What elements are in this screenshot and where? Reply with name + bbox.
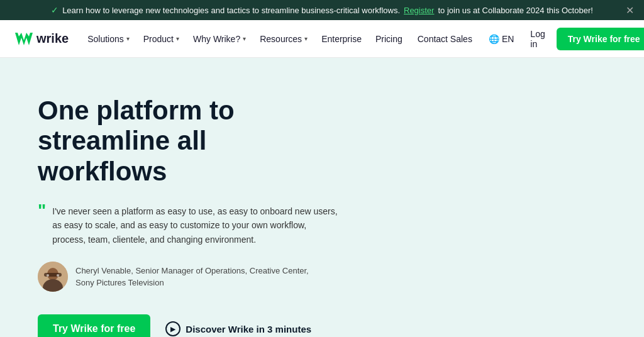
language-code: EN [502, 34, 514, 44]
play-icon: ▶ [165, 321, 180, 336]
chevron-down-icon: ▾ [126, 35, 130, 42]
wrike-logo-icon [15, 33, 33, 45]
nav-pricing[interactable]: Pricing [369, 29, 409, 49]
svg-marker-0 [15, 33, 33, 45]
hero-section: One platform to streamline all workflows… [0, 58, 377, 337]
quote-text: I've never seen a platform as easy to us… [52, 204, 340, 246]
attribution-text: Cheryl Venable, Senior Manager of Operat… [75, 265, 309, 289]
cta-row: Try Wrike for free ▶ Discover Wrike in 3… [38, 314, 340, 337]
navbar: wrike Solutions ▾ Product ▾ Why Wrike? ▾… [0, 20, 644, 58]
navbar-cta-button[interactable]: Try Wrike for free [557, 28, 644, 50]
banner-suffix: to join us at Collaborate 2024 this Octo… [438, 6, 592, 15]
chevron-down-icon: ▾ [304, 35, 308, 42]
nav-right: Contact Sales 🌐 EN Log in Try Wrike for … [411, 24, 644, 54]
nav-why-wrike[interactable]: Why Wrike? ▾ [187, 29, 252, 49]
nav-resources[interactable]: Resources ▾ [253, 29, 314, 49]
globe-icon: 🌐 [489, 34, 499, 44]
avatar-image [38, 262, 68, 292]
svg-rect-4 [44, 273, 62, 277]
check-icon: ✓ [51, 5, 58, 15]
nav-enterprise[interactable]: Enterprise [315, 29, 368, 49]
quote-block: " I've never seen a platform as easy to … [38, 204, 340, 246]
nav-solutions[interactable]: Solutions ▾ [81, 29, 136, 49]
svg-point-6 [57, 274, 59, 277]
banner-text: Learn how to leverage new technologies a… [62, 6, 400, 15]
chevron-down-icon: ▾ [243, 35, 246, 42]
attribution-block: Cheryl Venable, Senior Manager of Operat… [38, 262, 340, 292]
avatar [38, 262, 68, 292]
hero-heading: One platform to streamline all workflows [38, 96, 340, 187]
language-selector[interactable]: 🌐 EN [484, 29, 519, 49]
banner-close-button[interactable]: ✕ [626, 4, 634, 16]
chevron-down-icon: ▾ [176, 35, 179, 42]
svg-point-5 [47, 274, 49, 277]
logo-text: wrike [36, 31, 69, 46]
contact-sales-link[interactable]: Contact Sales [411, 29, 479, 49]
login-button[interactable]: Log in [524, 24, 551, 54]
discover-label: Discover Wrike in 3 minutes [186, 324, 311, 334]
banner-register-link[interactable]: Register [404, 6, 434, 15]
quote-icon: " [38, 202, 46, 219]
attribution-name: Cheryl Venable, Senior Manager of Operat… [75, 265, 309, 277]
top-banner: ✓ Learn how to leverage new technologies… [0, 0, 644, 20]
nav-product[interactable]: Product ▾ [137, 29, 186, 49]
hero-cta-button[interactable]: Try Wrike for free [38, 314, 150, 337]
attribution-company: Sony Pictures Television [75, 277, 309, 289]
logo[interactable]: wrike [15, 31, 69, 46]
discover-video-link[interactable]: ▶ Discover Wrike in 3 minutes [165, 321, 311, 336]
nav-links: Solutions ▾ Product ▾ Why Wrike? ▾ Resou… [81, 29, 409, 49]
